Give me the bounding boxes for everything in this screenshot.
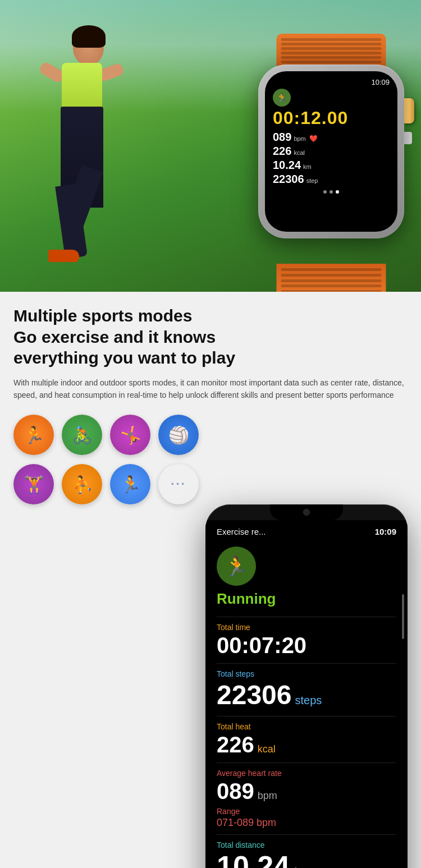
divider-2 (217, 663, 396, 664)
sports-grid: 🏃 🚴 🤸 🏐 (13, 415, 408, 455)
watch-distance-row: 10.24 km (273, 159, 390, 172)
total-steps-unit: steps (295, 694, 322, 707)
divider-4 (217, 763, 396, 763)
stat-total-distance: Total distance 10.24 km (217, 841, 396, 868)
stat-total-steps: Total steps 22306 steps (217, 669, 396, 710)
watch-kcal-row: 226 kcal (273, 145, 390, 158)
total-heat-value: 226 (217, 732, 254, 757)
phone-screen: Exercise re... 10:09 🏃 Running Total tim… (205, 520, 408, 868)
phone-app-title: Exercise re... (217, 527, 266, 536)
watch-steps-row: 22306 step (273, 173, 390, 186)
watch-timer: 00:12.00 (273, 108, 390, 128)
watch-crown (404, 98, 414, 123)
sport-icon-running: 🏃 (13, 415, 54, 455)
phone-scrollbar[interactable] (402, 594, 404, 639)
total-distance-value: 10.24 (217, 851, 290, 868)
hero-section: 10:09 🏃 00:12.00 089 bpm ❤️ 226 kcal 10.… (0, 0, 421, 292)
total-time-value: 00:07:20 (217, 633, 396, 658)
divider-5 (217, 834, 396, 835)
total-heat-label: Total heat (217, 722, 396, 731)
range-value: 071-089 bpm (217, 817, 396, 829)
sports-grid-row2: 🏋️ ⛹️ 🏃 ··· (13, 464, 408, 504)
total-heat-unit: kcal (258, 743, 276, 755)
stat-total-heat: Total heat 226 kcal (217, 722, 396, 757)
runner-area (6, 0, 174, 292)
runner-hair (72, 25, 106, 48)
sport-icon-soccer: ⛹️ (62, 464, 102, 504)
watch-bpm-row: 089 bpm ❤️ (273, 131, 390, 144)
total-distance-label: Total distance (217, 841, 396, 849)
phone-camera (303, 509, 310, 516)
watch-band-bottom (277, 264, 386, 292)
sport-icon-more: ··· (158, 464, 199, 504)
phone-stats-section: Exercise re... 10:09 🏃 Running Total tim… (13, 521, 408, 868)
avg-heart-unit: bpm (258, 790, 277, 802)
divider-1 (217, 617, 396, 617)
runner-shoe-left (48, 250, 79, 262)
avg-heart-label: Average heart rate (217, 769, 396, 778)
headline: Multiple sports modes Go exercise and it… (13, 305, 408, 369)
phone-notch (270, 504, 343, 520)
total-time-label: Total time (217, 623, 396, 632)
phone-clock: 10:09 (375, 527, 396, 536)
exercise-type-label: Running (217, 590, 396, 608)
watch-dots (273, 190, 390, 194)
divider-3 (217, 716, 396, 717)
subtext: With multiple indoor and outdoor sports … (13, 376, 408, 402)
watch-screen: 10:09 🏃 00:12.00 089 bpm ❤️ 226 kcal 10.… (265, 71, 397, 232)
sport-icon-basketball: 🤸 (110, 415, 150, 455)
smartwatch: 10:09 🏃 00:12.00 089 bpm ❤️ 226 kcal 10.… (236, 34, 421, 269)
heart-icon: ❤️ (309, 135, 318, 143)
stat-avg-heart: Average heart rate 089 bpm Range 071-089… (217, 769, 396, 829)
sport-icon-cycling: 🚴 (62, 415, 102, 455)
sport-icon-sprint: 🏃 (110, 464, 150, 504)
content-section: Multiple sports modes Go exercise and it… (0, 292, 421, 868)
watch-run-icon: 🏃 (273, 89, 291, 107)
sport-icon-volleyball: 🏐 (158, 415, 199, 455)
watch-time: 10:09 (273, 78, 390, 86)
phone-status-bar: Exercise re... 10:09 (217, 525, 396, 541)
total-steps-value: 22306 (217, 679, 291, 710)
total-steps-label: Total steps (217, 669, 396, 678)
watch-side-button (404, 132, 412, 144)
exercise-icon: 🏃 (217, 546, 256, 586)
total-distance-unit: km (294, 865, 310, 868)
sport-icon-weightlift: 🏋️ (13, 464, 54, 504)
avg-heart-value: 089 (217, 779, 254, 803)
phone-mockup: Exercise re... 10:09 🏃 Running Total tim… (205, 504, 408, 868)
watch-band-top (277, 34, 386, 67)
stat-total-time: Total time 00:07:20 (217, 623, 396, 658)
runner-torso (62, 63, 102, 111)
range-label: Range (217, 807, 396, 816)
